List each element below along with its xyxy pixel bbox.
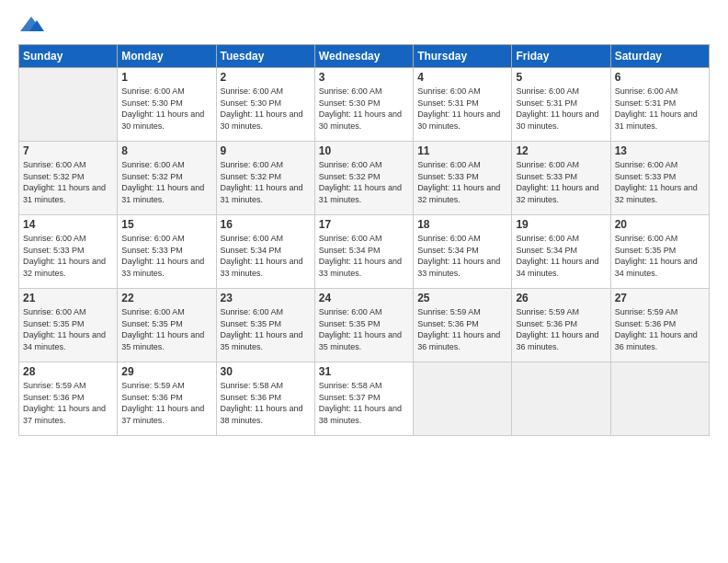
calendar-cell: 17Sunrise: 6:00 AMSunset: 5:34 PMDayligh… <box>314 215 413 289</box>
logo-icon <box>18 15 44 35</box>
day-number: 31 <box>319 365 409 378</box>
calendar-cell: 1Sunrise: 6:00 AMSunset: 5:30 PMDaylight… <box>118 68 216 142</box>
calendar-cell: 21Sunrise: 6:00 AMSunset: 5:35 PMDayligh… <box>19 289 118 362</box>
day-info: Sunrise: 5:59 AMSunset: 5:36 PMDaylight:… <box>417 306 507 352</box>
calendar-week-row: 28Sunrise: 5:59 AMSunset: 5:36 PMDayligh… <box>19 362 710 436</box>
calendar-cell: 27Sunrise: 5:59 AMSunset: 5:36 PMDayligh… <box>610 289 709 362</box>
weekday-header-friday: Friday <box>512 45 610 68</box>
calendar-cell: 5Sunrise: 6:00 AMSunset: 5:31 PMDaylight… <box>512 68 610 142</box>
calendar-cell: 3Sunrise: 6:00 AMSunset: 5:30 PMDaylight… <box>314 68 413 142</box>
calendar-cell <box>512 362 610 436</box>
day-info: Sunrise: 5:59 AMSunset: 5:36 PMDaylight:… <box>121 380 211 426</box>
day-number: 5 <box>516 71 606 84</box>
day-number: 2 <box>221 71 311 84</box>
calendar-cell <box>414 362 512 436</box>
day-info: Sunrise: 5:59 AMSunset: 5:36 PMDaylight:… <box>615 306 705 352</box>
day-info: Sunrise: 6:00 AMSunset: 5:34 PMDaylight:… <box>319 233 409 279</box>
weekday-header-saturday: Saturday <box>610 45 709 68</box>
day-number: 16 <box>221 218 311 231</box>
calendar-cell <box>19 68 118 142</box>
day-number: 25 <box>417 292 507 304</box>
day-info: Sunrise: 6:00 AMSunset: 5:34 PMDaylight:… <box>516 233 606 279</box>
weekday-header-wednesday: Wednesday <box>314 45 413 68</box>
day-info: Sunrise: 6:00 AMSunset: 5:32 PMDaylight:… <box>121 159 211 205</box>
day-info: Sunrise: 6:00 AMSunset: 5:30 PMDaylight:… <box>121 86 211 132</box>
calendar-week-row: 21Sunrise: 6:00 AMSunset: 5:35 PMDayligh… <box>19 289 710 362</box>
calendar-cell: 9Sunrise: 6:00 AMSunset: 5:32 PMDaylight… <box>216 142 314 215</box>
calendar-cell: 6Sunrise: 6:00 AMSunset: 5:31 PMDaylight… <box>610 68 709 142</box>
day-info: Sunrise: 6:00 AMSunset: 5:33 PMDaylight:… <box>121 233 211 279</box>
day-number: 17 <box>319 218 409 231</box>
day-number: 8 <box>121 144 211 157</box>
calendar-cell: 26Sunrise: 5:59 AMSunset: 5:36 PMDayligh… <box>512 289 610 362</box>
day-info: Sunrise: 6:00 AMSunset: 5:35 PMDaylight:… <box>615 233 705 279</box>
day-number: 28 <box>23 365 113 378</box>
day-info: Sunrise: 5:58 AMSunset: 5:37 PMDaylight:… <box>319 380 409 426</box>
day-info: Sunrise: 6:00 AMSunset: 5:31 PMDaylight:… <box>417 86 507 132</box>
day-info: Sunrise: 5:58 AMSunset: 5:36 PMDaylight:… <box>221 380 311 426</box>
day-info: Sunrise: 6:00 AMSunset: 5:34 PMDaylight:… <box>417 233 507 279</box>
day-info: Sunrise: 6:00 AMSunset: 5:32 PMDaylight:… <box>319 159 409 205</box>
calendar-cell: 28Sunrise: 5:59 AMSunset: 5:36 PMDayligh… <box>19 362 118 436</box>
calendar-cell <box>610 362 709 436</box>
calendar-cell: 14Sunrise: 6:00 AMSunset: 5:33 PMDayligh… <box>19 215 118 289</box>
day-number: 11 <box>417 144 507 157</box>
day-number: 30 <box>221 365 311 378</box>
weekday-header-tuesday: Tuesday <box>216 45 314 68</box>
day-info: Sunrise: 6:00 AMSunset: 5:31 PMDaylight:… <box>615 86 705 132</box>
day-number: 1 <box>121 71 211 84</box>
calendar-week-row: 14Sunrise: 6:00 AMSunset: 5:33 PMDayligh… <box>19 215 710 289</box>
day-number: 26 <box>516 292 606 304</box>
day-number: 19 <box>516 218 606 231</box>
calendar-cell: 7Sunrise: 6:00 AMSunset: 5:32 PMDaylight… <box>19 142 118 215</box>
calendar-cell: 2Sunrise: 6:00 AMSunset: 5:30 PMDaylight… <box>216 68 314 142</box>
calendar-cell: 11Sunrise: 6:00 AMSunset: 5:33 PMDayligh… <box>414 142 512 215</box>
calendar-cell: 19Sunrise: 6:00 AMSunset: 5:34 PMDayligh… <box>512 215 610 289</box>
calendar-cell: 13Sunrise: 6:00 AMSunset: 5:33 PMDayligh… <box>610 142 709 215</box>
day-number: 12 <box>516 144 606 157</box>
day-number: 29 <box>121 365 211 378</box>
day-number: 23 <box>221 292 311 304</box>
day-info: Sunrise: 6:00 AMSunset: 5:33 PMDaylight:… <box>615 159 705 205</box>
day-number: 9 <box>221 144 311 157</box>
day-number: 4 <box>417 71 507 84</box>
day-info: Sunrise: 6:00 AMSunset: 5:35 PMDaylight:… <box>319 306 409 352</box>
calendar-cell: 29Sunrise: 5:59 AMSunset: 5:36 PMDayligh… <box>118 362 216 436</box>
day-number: 15 <box>121 218 211 231</box>
day-info: Sunrise: 5:59 AMSunset: 5:36 PMDaylight:… <box>23 380 113 426</box>
calendar-cell: 31Sunrise: 5:58 AMSunset: 5:37 PMDayligh… <box>314 362 413 436</box>
calendar-week-row: 1Sunrise: 6:00 AMSunset: 5:30 PMDaylight… <box>19 68 710 142</box>
calendar-cell: 18Sunrise: 6:00 AMSunset: 5:34 PMDayligh… <box>414 215 512 289</box>
day-info: Sunrise: 6:00 AMSunset: 5:34 PMDaylight:… <box>221 233 311 279</box>
calendar-cell: 16Sunrise: 6:00 AMSunset: 5:34 PMDayligh… <box>216 215 314 289</box>
day-info: Sunrise: 6:00 AMSunset: 5:33 PMDaylight:… <box>417 159 507 205</box>
day-info: Sunrise: 6:00 AMSunset: 5:35 PMDaylight:… <box>221 306 311 352</box>
calendar-cell: 15Sunrise: 6:00 AMSunset: 5:33 PMDayligh… <box>118 215 216 289</box>
day-info: Sunrise: 6:00 AMSunset: 5:33 PMDaylight:… <box>23 233 113 279</box>
day-number: 18 <box>417 218 507 231</box>
calendar-cell: 24Sunrise: 6:00 AMSunset: 5:35 PMDayligh… <box>314 289 413 362</box>
calendar-cell: 10Sunrise: 6:00 AMSunset: 5:32 PMDayligh… <box>314 142 413 215</box>
day-number: 21 <box>23 292 113 304</box>
day-number: 22 <box>121 292 211 304</box>
calendar-cell: 22Sunrise: 6:00 AMSunset: 5:35 PMDayligh… <box>118 289 216 362</box>
calendar-week-row: 7Sunrise: 6:00 AMSunset: 5:32 PMDaylight… <box>19 142 710 215</box>
day-info: Sunrise: 6:00 AMSunset: 5:32 PMDaylight:… <box>23 159 113 205</box>
day-number: 13 <box>615 144 705 157</box>
day-info: Sunrise: 6:00 AMSunset: 5:35 PMDaylight:… <box>23 306 113 352</box>
day-number: 10 <box>319 144 409 157</box>
weekday-header-monday: Monday <box>118 45 216 68</box>
calendar-table: SundayMondayTuesdayWednesdayThursdayFrid… <box>18 44 710 436</box>
calendar-cell: 20Sunrise: 6:00 AMSunset: 5:35 PMDayligh… <box>610 215 709 289</box>
day-info: Sunrise: 6:00 AMSunset: 5:30 PMDaylight:… <box>319 86 409 132</box>
weekday-header-sunday: Sunday <box>19 45 118 68</box>
page: SundayMondayTuesdayWednesdayThursdayFrid… <box>0 0 728 445</box>
day-number: 14 <box>23 218 113 231</box>
day-number: 3 <box>319 71 409 84</box>
day-info: Sunrise: 6:00 AMSunset: 5:32 PMDaylight:… <box>221 159 311 205</box>
day-info: Sunrise: 6:00 AMSunset: 5:30 PMDaylight:… <box>221 86 311 132</box>
day-info: Sunrise: 5:59 AMSunset: 5:36 PMDaylight:… <box>516 306 606 352</box>
day-number: 20 <box>615 218 705 231</box>
logo <box>18 15 48 35</box>
calendar-cell: 4Sunrise: 6:00 AMSunset: 5:31 PMDaylight… <box>414 68 512 142</box>
